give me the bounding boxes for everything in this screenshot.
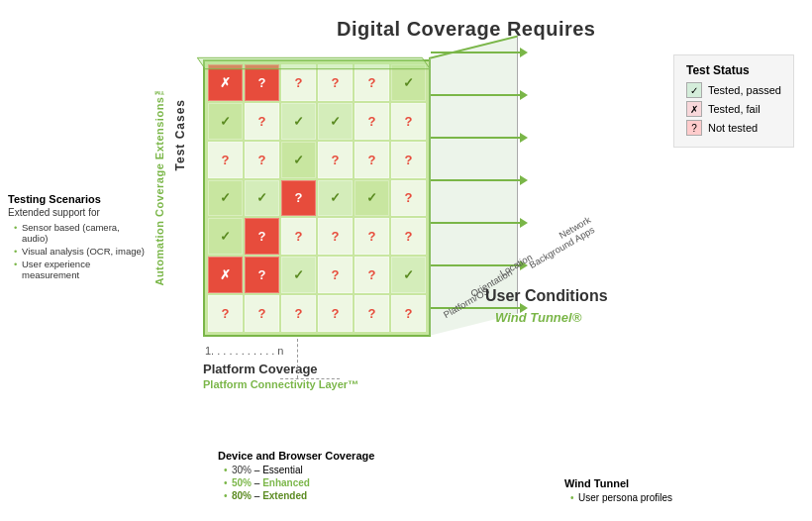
arrow-line: [431, 90, 528, 100]
grid-cell: ?: [245, 257, 279, 293]
legend-label-fail: Tested, fail: [708, 103, 761, 115]
arrow-line: [431, 218, 528, 228]
grid-cell: ✗: [208, 64, 243, 101]
testing-scenarios-subtitle: Extended support for: [8, 207, 147, 218]
list-item: 80% – Extended: [224, 490, 374, 501]
list-item: User persona profiles: [570, 492, 672, 503]
grid-cell: ✓: [281, 142, 316, 178]
arrow-line: [431, 175, 528, 185]
device-coverage-list: 30% – Essential 50% – Enhanced 80% – Ext…: [218, 465, 374, 501]
wind-tunnel-info-title: Wind Tunnel: [564, 477, 672, 489]
grid-cell: ✓: [245, 180, 279, 217]
legend-icon-fail: ✗: [686, 101, 702, 117]
grid-cell: ?: [281, 295, 316, 332]
list-item: Visual analysis (OCR, image): [14, 246, 147, 257]
wind-tunnel-info: Wind Tunnel User persona profiles: [564, 477, 672, 503]
arrow-line: [431, 133, 528, 143]
testing-scenarios-list: Sensor based (camera, audio) Visual anal…: [8, 222, 147, 280]
grid-cell: ?: [355, 257, 389, 293]
legend-item-passed: ✓ Tested, passed: [686, 82, 781, 98]
grid-cell: ?: [355, 64, 389, 101]
grid-cell: ✓: [391, 257, 426, 293]
grid-cell: ?: [391, 103, 426, 140]
legend-title: Test Status: [686, 63, 781, 77]
grid-cell: ?: [391, 295, 426, 332]
legend-item-not-tested: ? Not tested: [686, 120, 781, 136]
grid-cell: ✗: [208, 257, 243, 293]
grid-cell: ✓: [318, 180, 353, 217]
user-conditions-label: User Conditions: [485, 287, 608, 305]
grid-cell: ?: [355, 295, 389, 332]
grid-cell: ?: [245, 103, 279, 140]
list-item: Sensor based (camera, audio): [14, 222, 147, 244]
grid-cell: ?: [208, 142, 243, 178]
grid-cell: ?: [391, 180, 426, 217]
label-platform-coverage: Platform Coverage: [203, 362, 318, 376]
grid-cell: ?: [281, 64, 316, 101]
grid-cell: ✓: [208, 103, 243, 140]
grid-cell: ?: [318, 295, 353, 332]
grid-cell: ?: [318, 142, 353, 178]
grid-cell: ?: [245, 218, 279, 255]
grid-cell: ?: [391, 142, 426, 178]
grid-matrix: ✗????✓✓?✓✓????✓???✓✓?✓✓?✓?????✗?✓??✓????…: [203, 59, 431, 337]
grid-cell: ?: [245, 64, 279, 101]
grid-cell: ✓: [355, 180, 389, 217]
list-item: 30% – Essential: [224, 465, 374, 475]
top-face: [197, 57, 431, 69]
device-coverage: Device and Browser Coverage 30% – Essent…: [218, 450, 374, 503]
grid-cell: ?: [391, 218, 426, 255]
grid-cell: ✓: [281, 103, 316, 140]
dashed-line-h: [280, 378, 340, 379]
dashed-line: [297, 339, 298, 378]
arrow-line: [431, 48, 528, 57]
device-coverage-title: Device and Browser Coverage: [218, 450, 374, 462]
label-platform-1n: 1. . . . . . . . . . . n: [205, 345, 283, 357]
grid-cell: ?: [355, 218, 389, 255]
legend-label-not-tested: Not tested: [708, 122, 758, 134]
grid-cell: ✓: [208, 218, 243, 255]
testing-scenarios: Testing Scenarios Extended support for S…: [8, 193, 147, 282]
grid-cell: ✓: [318, 103, 353, 140]
grid-cell: ✓: [281, 257, 316, 293]
grid-cell: ?: [281, 218, 316, 255]
grid-cell: ?: [318, 257, 353, 293]
grid-cell: ✓: [208, 180, 243, 217]
wind-tunnel-label: Wind Tunnel®: [495, 310, 581, 325]
label-automation: Automation Coverage Extensions™: [153, 84, 165, 286]
legend-panel: Test Status ✓ Tested, passed ✗ Tested, f…: [673, 54, 794, 148]
list-item: 50% – Enhanced: [224, 477, 374, 488]
legend-item-fail: ✗ Tested, fail: [686, 101, 781, 117]
legend-icon-passed: ✓: [686, 82, 702, 98]
main-container: Digital Coverage Requires Test Status ✓ …: [0, 0, 812, 521]
testing-scenarios-title: Testing Scenarios: [8, 193, 147, 205]
grid-cell: ?: [245, 142, 279, 178]
list-item: User experience measurement: [14, 259, 147, 280]
page-title: Digital Coverage Requires: [337, 18, 595, 41]
grid-cell: ?: [318, 218, 353, 255]
wind-tunnel-info-list: User persona profiles: [564, 492, 672, 503]
grid-cell: ?: [355, 103, 389, 140]
legend-label-passed: Tested, passed: [708, 84, 781, 96]
arrows-container: [431, 48, 528, 313]
grid-cell: ?: [208, 295, 243, 332]
label-platform-layer: Platform Connectivity Layer™: [203, 378, 358, 390]
legend-icon-not-tested: ?: [686, 120, 702, 136]
grid-cell: ?: [318, 64, 353, 101]
grid-cell: ?: [281, 180, 316, 217]
grid-cell: ?: [245, 295, 279, 332]
grid-cell: ✓: [391, 64, 426, 101]
grid-cell: ?: [355, 142, 389, 178]
label-test-cases: Test Cases: [173, 99, 187, 170]
